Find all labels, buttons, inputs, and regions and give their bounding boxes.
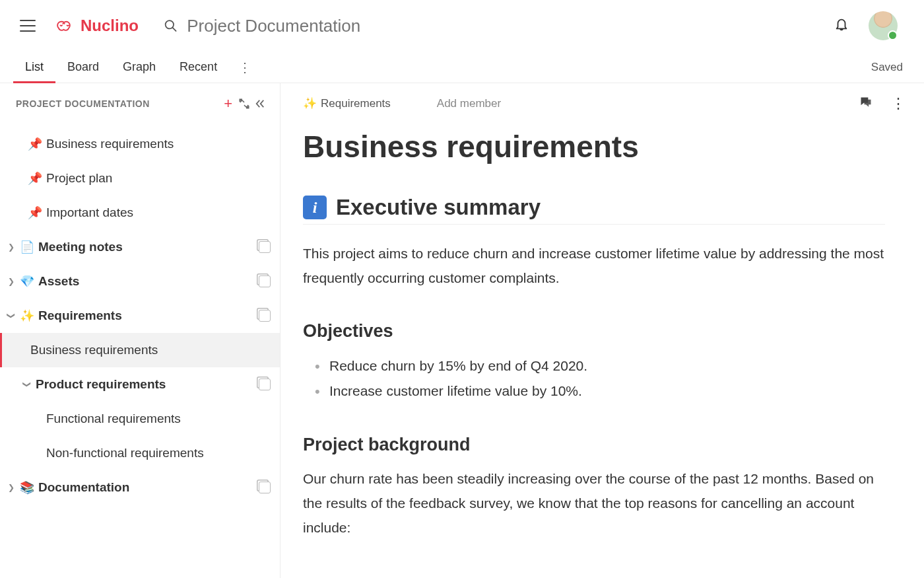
paragraph[interactable]: Our churn rate has been steadily increas… [303,467,885,540]
pinned-item[interactable]: 📌 Important dates [0,196,280,230]
tree-folder-product-requirements[interactable]: ❯ Product requirements [0,367,280,402]
paragraph[interactable]: This project aims to reduce churn and in… [303,242,885,291]
expand-button[interactable] [236,98,252,110]
collection-icon [259,482,271,493]
collapse-sidebar-button[interactable] [252,98,268,110]
pin-icon: 📌 [28,137,42,151]
expand-icon [238,98,250,110]
bell-icon [834,17,849,32]
tabs-more-button[interactable]: ⋮ [233,59,257,75]
document-more-button[interactable]: ⋮ [891,95,906,112]
breadcrumb-item[interactable]: ✨ Requirements [303,96,391,110]
sparkles-icon: ✨ [20,308,34,323]
workspace-title: PROJECT DOCUMENTATION [16,98,220,109]
tree-folder-requirements[interactable]: ❯ ✨ Requirements [0,299,280,333]
pin-icon: 📌 [28,205,42,220]
chevron-right-icon: ❯ [7,242,16,252]
collection-icon [259,310,271,322]
pinned-item[interactable]: 📌 Business requirements [0,127,280,161]
tree-item-functional-requirements[interactable]: Functional requirements [0,402,280,436]
notifications-button[interactable] [834,17,849,34]
view-tabs: List Board Graph Recent ⋮ Saved [0,52,924,83]
app-header: Nuclino [0,0,924,52]
tree-label: Product requirements [36,377,255,392]
document-actions: ⋮ [859,95,906,112]
section-heading[interactable]: Executive summary [336,195,541,220]
chevron-double-left-icon [254,98,266,110]
list-item[interactable]: Reduce churn by 15% by end of Q4 2020. [315,353,885,379]
svg-line-1 [172,28,176,31]
search-area [164,16,822,36]
tree-label: Functional requirements [46,412,271,426]
document-body: ✨ Requirements Add member Business requi… [280,83,908,566]
tree-label: Requirements [38,308,255,323]
collection-icon [259,241,271,253]
tree-label: Meeting notes [38,240,255,254]
books-icon: 📚 [20,480,34,495]
chevron-down-icon: ❯ [22,380,32,389]
page-title[interactable]: Business requirements [303,129,885,164]
main-layout: PROJECT DOCUMENTATION + 📌 Business requi… [0,83,924,578]
tree-label: Important dates [46,205,271,220]
chevron-down-icon: ❯ [7,311,16,320]
tree-item-business-requirements[interactable]: Business requirements [0,333,280,367]
section-heading[interactable]: Objectives [303,321,885,342]
sidebar-header: PROJECT DOCUMENTATION + [0,83,280,124]
bullet-list: Reduce churn by 15% by end of Q4 2020. I… [303,353,885,405]
tree-label: Project plan [46,171,271,186]
tree-folder-assets[interactable]: ❯ 💎 Assets [0,264,280,299]
breadcrumb: ✨ Requirements Add member [303,96,885,110]
brand-name: Nuclino [81,17,139,35]
add-member-button[interactable]: Add member [437,97,501,110]
user-avatar[interactable] [869,11,898,40]
search-icon [164,18,178,33]
tree-item-nonfunctional-requirements[interactable]: Non-functional requirements [0,436,280,470]
file-icon: 📄 [20,240,34,254]
info-icon: i [303,196,327,219]
search-input[interactable] [187,16,822,36]
chevron-right-icon: ❯ [7,483,16,492]
header-actions [834,11,898,40]
save-status: Saved [871,61,911,74]
brain-icon [55,16,75,36]
tab-recent[interactable]: Recent [168,52,229,83]
tree-folder-meeting-notes[interactable]: ❯ 📄 Meeting notes [0,230,280,264]
tree-folder-documentation[interactable]: ❯ 📚 Documentation [0,470,280,505]
collection-icon [259,275,271,287]
tree-label: Business requirements [46,137,271,151]
sidebar-tree: 📌 Business requirements 📌 Project plan 📌… [0,124,280,518]
new-item-button[interactable]: + [220,95,236,112]
sparkles-icon: ✨ [303,96,317,110]
list-item[interactable]: Increase customer lifetime value by 10%. [315,379,885,404]
chat-icon [859,96,873,109]
tab-graph[interactable]: Graph [111,52,168,83]
section-heading[interactable]: Project background [303,435,885,455]
comments-button[interactable] [859,96,873,112]
pin-icon: 📌 [28,171,42,186]
tree-label: Non-functional requirements [46,446,271,460]
tree-label: Documentation [38,480,255,495]
gem-icon: 💎 [20,274,34,289]
menu-toggle-button[interactable] [20,20,36,32]
section-heading-row: i Executive summary [303,195,885,225]
breadcrumb-label: Requirements [321,97,391,110]
tree-label: Business requirements [30,343,271,357]
tree-label: Assets [38,274,255,289]
tab-board[interactable]: Board [55,52,111,83]
sidebar: PROJECT DOCUMENTATION + 📌 Business requi… [0,83,280,578]
document-content: ⋮ ✨ Requirements Add member Business req… [280,83,924,578]
chevron-right-icon: ❯ [7,277,16,286]
pinned-item[interactable]: 📌 Project plan [0,161,280,196]
tab-list[interactable]: List [13,52,55,83]
brand-logo[interactable]: Nuclino [55,16,139,36]
collection-icon [259,379,271,390]
